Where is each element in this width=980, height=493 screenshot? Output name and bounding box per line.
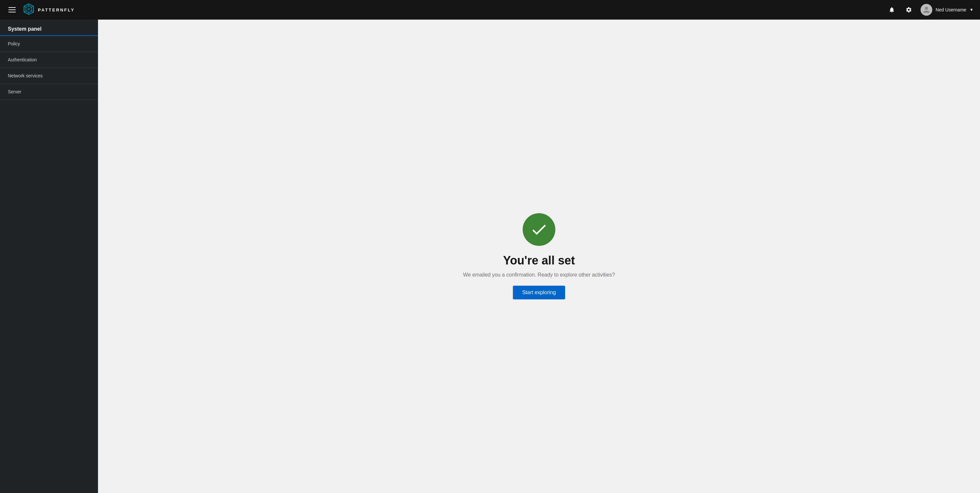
gear-icon [905,6,912,13]
success-panel: You're all set We emailed you a confirma… [450,200,628,312]
sidebar-nav: Policy Authentication Network services S… [0,36,98,100]
hamburger-icon [8,7,16,13]
sidebar-title: System panel [8,26,41,32]
sidebar-item-network-services[interactable]: Network services [0,68,98,84]
sidebar-item-authentication[interactable]: Authentication [0,52,98,68]
sidebar-item-server[interactable]: Server [0,84,98,100]
logo-text: PATTERNFLY [38,8,75,13]
user-menu[interactable]: Ned Username ▼ [921,4,974,16]
bell-icon [889,6,895,13]
hamburger-menu-button[interactable] [6,5,18,14]
page-layout: System panel Policy Authentication Netwo… [0,20,980,493]
success-icon-circle [523,213,555,246]
logo[interactable]: PATTERNFLY [23,3,75,16]
header-left: PATTERNFLY [6,3,75,16]
header-right: Ned Username ▼ [886,4,974,16]
success-title: You're all set [503,254,575,267]
sidebar-item-policy[interactable]: Policy [0,36,98,52]
username-label: Ned Username [935,7,966,13]
main-content: You're all set We emailed you a confirma… [98,20,980,493]
user-avatar-icon [923,6,930,14]
avatar [921,4,932,16]
sidebar-title-section: System panel [0,20,98,36]
sidebar: System panel Policy Authentication Netwo… [0,20,98,493]
app-header: PATTERNFLY Ned Username ▼ [0,0,980,20]
checkmark-icon [530,220,548,239]
start-exploring-button[interactable]: Start exploring [513,286,565,300]
patternfly-logo-icon [23,3,35,16]
success-description: We emailed you a confirmation. Ready to … [463,272,615,278]
notifications-button[interactable] [886,5,897,15]
chevron-down-icon: ▼ [970,8,974,12]
settings-button[interactable] [904,5,914,15]
